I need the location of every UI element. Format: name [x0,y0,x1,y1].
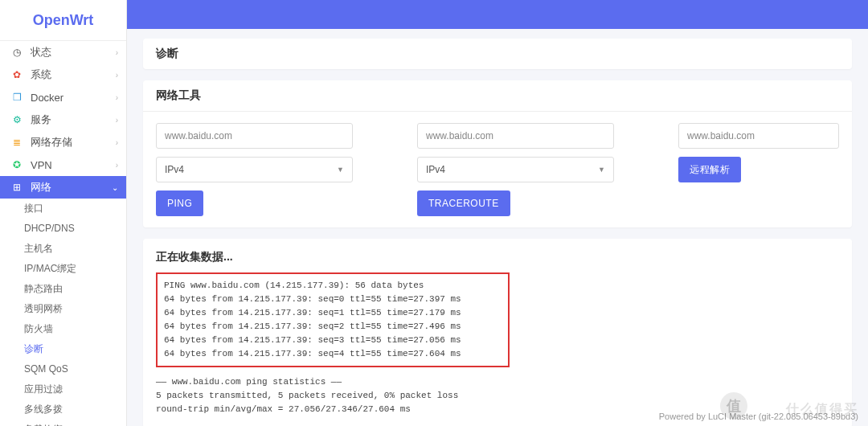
sidebar: OpenWrt ◷状态›✿系统›❒Docker›⚙服务›≣网络存储›✪VPN›⊞… [0,0,127,426]
nslookup-column: 远程解析 [678,123,839,216]
nslookup-host-input[interactable] [678,123,839,149]
nav-icon: ◷ [10,47,24,58]
sidebar-subitem-主机名[interactable]: 主机名 [0,239,126,259]
sidebar-item-状态[interactable]: ◷状态› [0,41,126,63]
chevron-icon: › [116,116,118,125]
ping-button[interactable]: PING [156,190,203,216]
sidebar-item-服务[interactable]: ⚙服务› [0,109,126,131]
main-content: 诊断 网络工具 IPv4 ▼ PING IPv4 ▼ [127,29,868,426]
nav-sub: 接口DHCP/DNS主机名IP/MAC绑定静态路由透明网桥防火墙诊断SQM Qo… [0,199,126,426]
nav-label: 服务 [31,113,51,127]
nav-label: VPN [31,159,52,171]
traceroute-proto-select[interactable]: IPv4 ▼ [417,157,614,182]
sidebar-item-系统[interactable]: ✿系统› [0,63,126,86]
logo: OpenWrt [0,0,126,40]
ping-proto-select[interactable]: IPv4 ▼ [156,157,353,182]
ping-host-input[interactable] [156,123,353,149]
ping-output: PING www.baidu.com (14.215.177.39): 56 d… [156,272,839,416]
traceroute-column: IPv4 ▼ TRACEROUTE [417,123,614,216]
sidebar-subitem-负载均衡[interactable]: 负载均衡 [0,420,126,426]
ping-output-stats: —— www.baidu.com ping statistics —— 5 pa… [156,375,839,416]
nav-icon: ⚙ [10,114,24,125]
page-title: 诊断 [143,39,852,69]
nav-icon: ✪ [10,159,24,170]
chevron-icon: ⌄ [112,183,118,192]
traceroute-proto-value: IPv4 [426,164,445,175]
chevron-icon: › [116,161,118,170]
topbar [127,0,868,29]
sidebar-subitem-DHCP/DNS[interactable]: DHCP/DNS [0,219,126,239]
nav-icon: ❒ [10,92,24,103]
traceroute-button[interactable]: TRACEROUTE [417,190,510,216]
nav-label: 系统 [31,68,51,82]
sidebar-subitem-应用过滤[interactable]: 应用过滤 [0,379,126,399]
sidebar-item-Docker[interactable]: ❒Docker› [0,86,126,109]
traceroute-host-input[interactable] [417,123,614,149]
chevron-icon: › [116,93,118,102]
chevron-icon: › [116,48,118,57]
sidebar-item-VPN[interactable]: ✪VPN› [0,154,126,176]
sidebar-item-网络存储[interactable]: ≣网络存储› [0,131,126,154]
tools-title: 网络工具 [143,80,852,112]
sidebar-subitem-防火墙[interactable]: 防火墙 [0,319,126,339]
sidebar-subitem-多线多拨[interactable]: 多线多拨 [0,399,126,420]
footer-text: Powered by LuCI Master (git-22.085.06453… [659,412,858,421]
nav-label: 网络 [31,180,51,195]
results-card: 正在收集数据... PING www.baidu.com (14.215.177… [143,239,852,426]
sidebar-subitem-接口[interactable]: 接口 [0,199,126,219]
caret-down-icon: ▼ [598,166,605,174]
ping-column: IPv4 ▼ PING [156,123,353,216]
sidebar-subitem-诊断[interactable]: 诊断 [0,339,126,359]
nav-label: 网络存储 [31,135,72,150]
sidebar-item-网络[interactable]: ⊞网络⌄ [0,176,126,199]
tools-row: IPv4 ▼ PING IPv4 ▼ TRACEROUTE 远程解析 [156,123,839,216]
collecting-label: 正在收集数据... [156,250,839,272]
nav-icon: ≣ [10,137,24,148]
sidebar-subitem-静态路由[interactable]: 静态路由 [0,279,126,299]
nav-icon: ⊞ [10,182,24,193]
nav-main: ◷状态›✿系统›❒Docker›⚙服务›≣网络存储›✪VPN›⊞网络⌄ [0,40,126,199]
network-tools-card: 网络工具 IPv4 ▼ PING IPv4 ▼ TRA [143,80,852,227]
ping-proto-value: IPv4 [165,164,184,175]
page-header-card: 诊断 [143,39,852,69]
nslookup-button[interactable]: 远程解析 [678,157,741,182]
caret-down-icon: ▼ [337,166,344,174]
sidebar-subitem-透明网桥[interactable]: 透明网桥 [0,299,126,319]
ping-output-highlighted: PING www.baidu.com (14.215.177.39): 56 d… [156,272,510,367]
chevron-icon: › [116,71,118,80]
nav-label: Docker [31,92,63,104]
chevron-icon: › [116,138,118,147]
sidebar-subitem-SQM QoS[interactable]: SQM QoS [0,359,126,379]
nav-icon: ✿ [10,69,24,80]
sidebar-subitem-IP/MAC绑定[interactable]: IP/MAC绑定 [0,259,126,279]
nav-label: 状态 [31,45,51,59]
